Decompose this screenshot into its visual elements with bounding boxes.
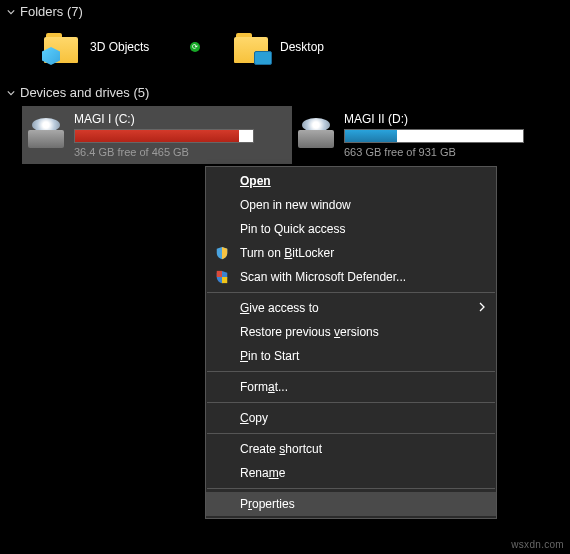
- menu-restore-previous-versions[interactable]: Restore previous versions: [206, 320, 496, 344]
- drive-capacity-bar: [74, 129, 254, 143]
- shield-defender-icon: [214, 269, 230, 285]
- menu-separator: [207, 433, 495, 434]
- menu-format[interactable]: Format...: [206, 375, 496, 399]
- menu-rename[interactable]: Rename: [206, 461, 496, 485]
- menu-open[interactable]: Open: [206, 169, 496, 193]
- menu-separator: [207, 371, 495, 372]
- drive-capacity-bar: [344, 129, 524, 143]
- drive-free-text: 36.4 GB free of 465 GB: [74, 146, 286, 158]
- watermark: wsxdn.com: [511, 539, 564, 550]
- menu-create-shortcut[interactable]: Create shortcut: [206, 437, 496, 461]
- svg-rect-1: [222, 277, 227, 283]
- drive-item-c[interactable]: MAGI I (C:) 36.4 GB free of 465 GB: [22, 106, 292, 164]
- folder-icon: [234, 31, 270, 63]
- folder-label: 3D Objects: [90, 40, 149, 54]
- menu-turn-on-bitlocker[interactable]: Turn on BitLocker: [206, 241, 496, 265]
- folders-row: 3D Objects ⟳ Desktop: [0, 23, 570, 81]
- drive-name: MAGI I (C:): [74, 112, 286, 126]
- drive-free-text: 663 GB free of 931 GB: [344, 146, 556, 158]
- menu-separator: [207, 292, 495, 293]
- drive-icon: [298, 118, 336, 148]
- menu-open-new-window[interactable]: Open in new window: [206, 193, 496, 217]
- menu-pin-quick-access[interactable]: Pin to Quick access: [206, 217, 496, 241]
- chevron-down-icon: [6, 8, 16, 16]
- shield-bitlocker-icon: [214, 245, 230, 261]
- drive-name: MAGI II (D:): [344, 112, 556, 126]
- menu-separator: [207, 488, 495, 489]
- menu-give-access-to[interactable]: Give access to: [206, 296, 496, 320]
- section-title: Devices and drives: [20, 85, 130, 100]
- section-header-drives[interactable]: Devices and drives (5): [0, 81, 570, 104]
- section-header-folders[interactable]: Folders (7): [0, 0, 570, 23]
- context-menu: Open Open in new window Pin to Quick acc…: [205, 166, 497, 519]
- menu-pin-to-start[interactable]: Pin to Start: [206, 344, 496, 368]
- menu-separator: [207, 402, 495, 403]
- menu-properties[interactable]: Properties: [206, 492, 496, 516]
- svg-rect-0: [217, 271, 222, 277]
- folder-icon: [44, 31, 80, 63]
- section-count: (7): [67, 4, 83, 19]
- chevron-down-icon: [6, 89, 16, 97]
- menu-scan-defender[interactable]: Scan with Microsoft Defender...: [206, 265, 496, 289]
- sync-status-icon: ⟳: [190, 42, 200, 52]
- folder-label: Desktop: [280, 40, 324, 54]
- drive-item-d[interactable]: MAGI II (D:) 663 GB free of 931 GB: [292, 106, 562, 164]
- submenu-arrow-icon: [478, 301, 486, 315]
- folder-item-desktop[interactable]: Desktop: [230, 27, 490, 67]
- drive-icon: [28, 118, 66, 148]
- drives-row: MAGI I (C:) 36.4 GB free of 465 GB MAGI …: [0, 104, 570, 164]
- section-title: Folders: [20, 4, 63, 19]
- menu-copy[interactable]: Copy: [206, 406, 496, 430]
- section-count: (5): [133, 85, 149, 100]
